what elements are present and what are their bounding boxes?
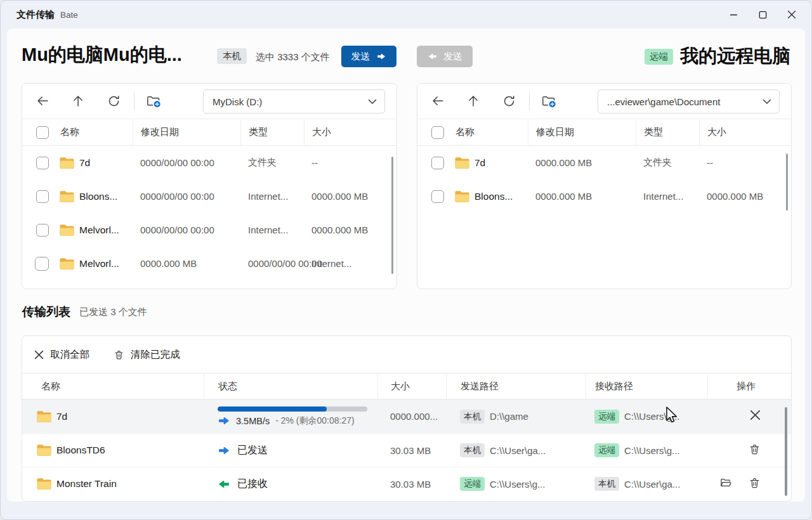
toolbar-divider bbox=[134, 93, 134, 110]
cancel-transfer-button[interactable] bbox=[750, 410, 761, 423]
new-folder-button[interactable] bbox=[142, 90, 165, 113]
refresh-button[interactable] bbox=[497, 90, 520, 113]
scrollbar-thumb[interactable] bbox=[785, 407, 787, 496]
column-date: 修改日期 bbox=[536, 126, 574, 138]
transfer-row[interactable]: BloonsTD6 已发送 30.03 MB 本机 C:\\User\ga...… bbox=[22, 433, 791, 467]
row-checkbox[interactable] bbox=[36, 224, 49, 237]
remote-badge: 远端 bbox=[460, 477, 485, 491]
remote-badge: 远端 bbox=[645, 49, 673, 65]
app-subtitle: Bate bbox=[60, 10, 78, 20]
transfer-status-label: 已发送 bbox=[237, 444, 268, 457]
send-path: D:\\game bbox=[490, 411, 528, 422]
send-path: C:\\Users\g... bbox=[490, 479, 546, 490]
file-row[interactable]: Melvorl... 0000/00/00 00:00 Internet... … bbox=[22, 213, 396, 247]
transfer-row[interactable]: Monster Train 已接收 30.03 MB 远端 C:\\Users\… bbox=[22, 467, 791, 500]
select-all-checkbox[interactable] bbox=[36, 126, 49, 139]
toolbar-divider bbox=[529, 93, 530, 110]
select-all-checkbox[interactable] bbox=[431, 126, 444, 139]
folder-icon bbox=[454, 157, 470, 169]
local-badge: 本机 bbox=[460, 410, 485, 424]
transfer-section-header: 传输列表 已发送 3 个文件 bbox=[22, 304, 147, 320]
row-checkbox[interactable] bbox=[36, 157, 49, 169]
local-file-panel: MyDisk (D:) 名称 修改日期 类型 大小 7d 0000/00/00 … bbox=[22, 83, 397, 289]
row-checkbox[interactable] bbox=[431, 190, 444, 203]
transfer-status-label: 已接收 bbox=[237, 478, 268, 491]
folder-icon bbox=[59, 157, 75, 169]
delete-record-button[interactable] bbox=[749, 477, 761, 491]
transfer-size: 30.03 MB bbox=[377, 479, 446, 490]
send-button[interactable]: 发送 bbox=[341, 46, 396, 67]
transfer-name: 7d bbox=[56, 411, 67, 422]
file-row[interactable]: Bloons... 0000.000 MB Internet... 0000.0… bbox=[417, 179, 791, 213]
up-button[interactable] bbox=[462, 90, 485, 113]
receive-button-disabled[interactable]: 发送 bbox=[417, 46, 473, 67]
remote-path-selector[interactable]: ...eviewer\game\Document bbox=[598, 89, 780, 114]
column-send-path: 发送路径 bbox=[461, 380, 499, 393]
file-date: 0000/00/00 00:00 bbox=[133, 224, 240, 235]
row-checkbox[interactable] bbox=[35, 257, 49, 271]
transfer-status: 已接收 bbox=[204, 478, 377, 491]
column-name: 名称 bbox=[60, 126, 79, 138]
remote-table-header: 名称 修改日期 类型 大小 bbox=[417, 119, 791, 146]
open-folder-button[interactable] bbox=[719, 476, 732, 491]
column-size: 大小 bbox=[312, 126, 331, 138]
new-folder-icon bbox=[541, 94, 556, 109]
new-folder-button[interactable] bbox=[537, 90, 560, 113]
selection-info: 选中 3333 个文件 bbox=[256, 51, 330, 63]
file-type: Internet... bbox=[636, 191, 699, 202]
titlebar: 文件传输 Bate bbox=[1, 1, 811, 29]
chevron-down-icon bbox=[763, 99, 771, 105]
close-icon bbox=[787, 10, 796, 19]
file-row-dragging[interactable]: Melvorl... 0000.000 MB 0000/00/00 00:00 … bbox=[22, 247, 396, 280]
file-row[interactable]: 7d 0000.000 MB 文件夹 -- bbox=[417, 146, 791, 179]
file-date: 0000/00/00 00:00 bbox=[133, 191, 240, 202]
up-button[interactable] bbox=[67, 90, 89, 113]
up-icon bbox=[467, 94, 480, 108]
file-size: 0000.000 MB bbox=[304, 224, 396, 235]
file-size: 0000.000 MB bbox=[304, 191, 396, 202]
folder-icon bbox=[59, 190, 75, 203]
file-name: Melvorl... bbox=[79, 224, 119, 236]
transfer-subtitle: 已发送 3 个文件 bbox=[79, 306, 147, 318]
file-name: Bloons... bbox=[475, 191, 513, 202]
scrollbar-thumb[interactable] bbox=[786, 153, 788, 211]
folder-icon bbox=[36, 410, 52, 423]
maximize-button[interactable] bbox=[748, 3, 777, 26]
column-type: 类型 bbox=[644, 126, 663, 138]
transfer-name: Monster Train bbox=[56, 478, 117, 490]
back-button[interactable] bbox=[426, 90, 449, 113]
delete-record-button[interactable] bbox=[749, 443, 761, 458]
send-button-label: 发送 bbox=[351, 51, 370, 63]
column-recv-path: 接收路径 bbox=[595, 380, 633, 393]
app-window: 文件传输 Bate Mu的电脑Mu的电... 本机 选中 3333 个文件 发送… bbox=[0, 0, 812, 520]
row-checkbox[interactable] bbox=[431, 157, 444, 169]
transfer-size: 30.03 MB bbox=[377, 445, 446, 456]
scrollbar-thumb[interactable] bbox=[391, 157, 393, 274]
clear-completed-button[interactable]: 清除已完成 bbox=[114, 348, 180, 361]
file-row[interactable]: 7d 0000/00/00 00:00 文件夹 -- bbox=[22, 146, 396, 179]
local-path-value: MyDisk (D:) bbox=[213, 96, 368, 107]
file-name: 7d bbox=[475, 157, 485, 169]
up-icon bbox=[72, 94, 85, 108]
close-button[interactable] bbox=[777, 3, 806, 26]
file-size: -- bbox=[699, 157, 791, 168]
file-row[interactable]: Bloons... 0000/00/00 00:00 Internet... 0… bbox=[22, 179, 396, 213]
back-icon bbox=[431, 94, 445, 108]
local-path-selector[interactable]: MyDisk (D:) bbox=[203, 89, 385, 114]
file-type: 文件夹 bbox=[636, 157, 699, 169]
back-button[interactable] bbox=[31, 90, 54, 113]
refresh-button[interactable] bbox=[102, 90, 125, 113]
minimize-button[interactable] bbox=[719, 3, 748, 26]
maximize-icon bbox=[759, 11, 767, 19]
send-arrow-icon bbox=[218, 446, 230, 455]
send-arrow-icon bbox=[376, 52, 387, 61]
remote-panel-toolbar: ...eviewer\game\Document bbox=[417, 84, 791, 119]
column-size: 大小 bbox=[707, 126, 726, 138]
cancel-all-button[interactable]: 取消全部 bbox=[34, 348, 89, 361]
file-size: -- bbox=[304, 157, 396, 168]
row-checkbox[interactable] bbox=[36, 190, 49, 203]
file-date: 0000/00/00 00:00 bbox=[133, 157, 240, 168]
column-actions: 操作 bbox=[737, 380, 756, 393]
receive-arrow-icon bbox=[218, 479, 230, 489]
remote-file-panel: ...eviewer\game\Document 名称 修改日期 类型 大小 7… bbox=[417, 83, 792, 289]
